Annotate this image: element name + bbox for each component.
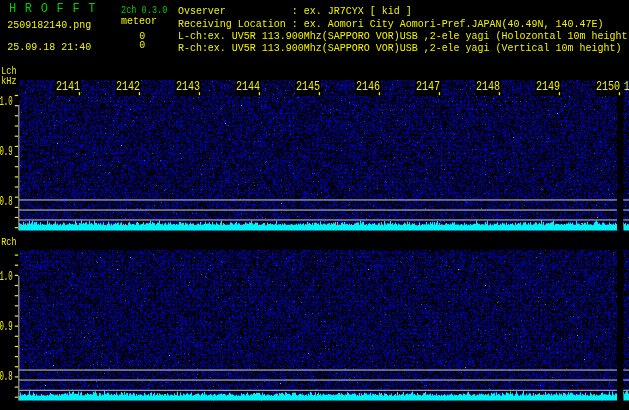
svg-text:2150: 2150	[596, 79, 620, 94]
svg-text:2143: 2143	[176, 79, 200, 94]
svg-text:0.9: 0.9	[0, 319, 13, 334]
svg-text:0: 0	[139, 39, 145, 52]
svg-text:1.0: 1.0	[0, 94, 13, 109]
svg-text:meteor: meteor	[121, 15, 157, 28]
svg-text:2145: 2145	[296, 79, 320, 94]
svg-text:2144: 2144	[236, 79, 260, 94]
svg-text:0.8: 0.8	[0, 369, 13, 384]
svg-text:2149: 2149	[536, 79, 560, 94]
svg-text:1.0: 1.0	[0, 269, 13, 284]
svg-text:kHz: kHz	[1, 75, 16, 87]
svg-text:L-ch:ex. UV5R 113.900Mhz(SAPPO: L-ch:ex. UV5R 113.900Mhz(SAPPORO VOR)USB…	[178, 29, 629, 42]
svg-text:0.9: 0.9	[0, 144, 13, 159]
svg-text:25.09.18 21:40: 25.09.18 21:40	[7, 41, 91, 54]
svg-text:2147: 2147	[416, 79, 440, 94]
svg-text:2141: 2141	[56, 79, 80, 94]
svg-text:2509182140.png: 2509182140.png	[7, 18, 91, 31]
svg-text:Rch: Rch	[1, 237, 16, 249]
svg-text:R-ch:ex. UV5R 113.900Mhz(SAPPO: R-ch:ex. UV5R 113.900Mhz(SAPPORO VOR)USB…	[178, 41, 622, 54]
svg-text:2148: 2148	[476, 79, 500, 94]
svg-text:2142: 2142	[116, 79, 140, 94]
svg-text:Ovserver : ex. JR7CY: Ovserver : ex. JR7CYX [ kid ]	[178, 5, 412, 18]
svg-text:Receiving Location : ex. Aomor: Receiving Location : ex. Aomori City Aom…	[178, 17, 604, 30]
svg-text:2146: 2146	[356, 79, 380, 94]
svg-text:HROFFT: HROFFT	[9, 2, 104, 16]
svg-text:10: 10	[624, 79, 629, 94]
svg-text:0.8: 0.8	[0, 194, 13, 209]
